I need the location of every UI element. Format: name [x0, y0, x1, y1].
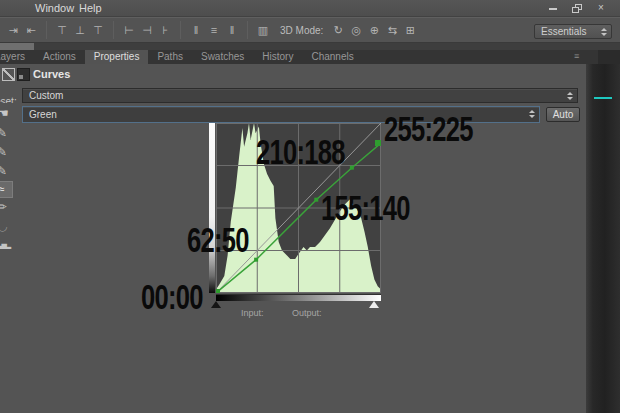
3d-slide-icon[interactable]: ⇆	[384, 22, 400, 38]
align-right-edges-icon[interactable]: ⊦	[157, 22, 173, 38]
options-bar: ⇥⇤⊤⊥⊤⊢⊣⊦‖≡‖▥3D Mode:↻◎⊕⇆⊞ Essentials	[0, 17, 620, 43]
highlight-input-slider[interactable]	[369, 301, 379, 308]
chevron-updown-icon	[601, 28, 607, 36]
distribute-left-icon[interactable]: ‖	[188, 22, 204, 38]
black-point-eyedropper-icon[interactable]: ✎	[0, 124, 11, 143]
curve-point-annotation: 155:140	[321, 190, 410, 225]
tab-actions[interactable]: Actions	[34, 50, 85, 64]
white-point-eyedropper-icon[interactable]: ✎	[0, 162, 11, 181]
close-button[interactable]: ×	[591, 2, 611, 15]
curve-point-255-225[interactable]	[375, 140, 381, 146]
collapsed-dock-strip	[586, 64, 620, 413]
preset-value: Custom	[29, 90, 63, 102]
distribute-center-icon[interactable]: ≡	[206, 22, 222, 38]
edit-points-curve-icon[interactable]: ≈	[0, 181, 13, 198]
threed-mode-label: 3D Mode:	[280, 25, 323, 36]
arrange-panels-icon[interactable]: ▥	[255, 22, 271, 38]
input-gradient-bar	[216, 294, 381, 301]
dock-edge-strip	[0, 43, 620, 50]
toolbar-separator	[247, 21, 248, 39]
3d-scale-icon[interactable]: ⊞	[402, 22, 418, 38]
tab-channels[interactable]: Channels	[302, 50, 362, 64]
toolbar-separator	[46, 21, 47, 39]
preset-label: Preset:	[0, 91, 19, 103]
stepper-icon	[529, 110, 535, 118]
shadow-input-slider[interactable]	[211, 301, 221, 308]
workspace-label: Essentials	[541, 26, 587, 37]
output-label: Output:	[292, 308, 322, 318]
photoshop-window: Window Help × ⇥⇤⊤⊥⊤⊢⊣⊦‖≡‖▥3D Mode:↻◎⊕⇆⊞ …	[0, 0, 620, 413]
dock-edge-highlight	[0, 43, 34, 50]
panel-title: Curves	[33, 68, 70, 80]
histogram-clip-icon[interactable]: ▃▅▂	[0, 236, 11, 255]
show-transform-icon[interactable]: ⇤	[23, 22, 39, 38]
auto-button[interactable]: Auto	[546, 107, 580, 122]
dock-corner	[598, 50, 620, 64]
curve-point-annotation: 255:225	[384, 111, 473, 146]
curve-point-0-0[interactable]	[216, 289, 220, 293]
preset-dropdown[interactable]: Custom	[22, 88, 578, 103]
toolbar-separator	[113, 21, 114, 39]
tab-layers[interactable]: Layers	[0, 50, 34, 64]
menu-window[interactable]: Window	[35, 2, 74, 14]
3d-roll-icon[interactable]: ◎	[348, 22, 364, 38]
align-top-edges-icon[interactable]: ⊤	[54, 22, 70, 38]
curve-point-annotation: 210:188	[256, 134, 345, 169]
toolbar-separator	[180, 21, 181, 39]
panel-menu-icon[interactable]: ≡	[574, 51, 579, 61]
curve-point-155-140[interactable]	[314, 198, 318, 202]
tab-swatches[interactable]: Swatches	[192, 50, 253, 64]
align-vertical-centers-icon[interactable]: ⊥	[72, 22, 88, 38]
curve-point-annotation: 62:50	[187, 222, 249, 257]
align-horizontal-centers-icon[interactable]: ⊣	[139, 22, 155, 38]
stepper-icon	[567, 92, 573, 100]
curve-point-210-188[interactable]	[350, 166, 354, 170]
teal-accent-line	[594, 97, 612, 99]
align-bottom-edges-icon[interactable]: ⊤	[90, 22, 106, 38]
workspace-switcher[interactable]: Essentials	[534, 24, 612, 39]
gray-point-eyedropper-icon[interactable]: ✎	[0, 143, 11, 162]
output-gradient-bar	[209, 123, 215, 293]
tab-properties[interactable]: Properties	[85, 50, 149, 64]
draw-curve-pencil-icon[interactable]: ✏	[0, 198, 11, 217]
input-label: Input:	[241, 308, 264, 318]
title-bar: Window Help ×	[0, 0, 620, 17]
curve-point-62-50[interactable]	[254, 258, 258, 262]
minimize-icon	[549, 8, 557, 10]
menu-help[interactable]: Help	[79, 2, 102, 14]
tab-history[interactable]: History	[253, 50, 302, 64]
curves-adjustment-icon	[2, 68, 15, 81]
tab-paths[interactable]: Paths	[148, 50, 192, 64]
minimize-button[interactable]	[543, 2, 563, 15]
restore-button[interactable]	[567, 2, 587, 15]
auto-select-icon[interactable]: ⇥	[5, 22, 21, 38]
3d-orbit-icon[interactable]: ↻	[330, 22, 346, 38]
align-left-edges-icon[interactable]: ⊢	[121, 22, 137, 38]
channel-value: Green	[29, 109, 57, 121]
options-bar-icons: ⇥⇤⊤⊥⊤⊢⊣⊦‖≡‖▥3D Mode:↻◎⊕⇆⊞	[0, 18, 419, 42]
curves-tool-column: ✎✎✎≈✏◡▃▅▂	[0, 124, 15, 269]
targeted-adjustment-hand-icon[interactable]: ☚	[0, 105, 13, 121]
adjustment-thumbnail-icon	[17, 68, 30, 81]
3d-drag-icon[interactable]: ⊕	[366, 22, 382, 38]
panel-tab-bar: LayersActionsPropertiesPathsSwatchesHist…	[0, 50, 620, 64]
smooth-curve-icon[interactable]: ◡	[0, 217, 11, 236]
curve-point-annotation: 00:00	[141, 279, 203, 314]
distribute-right-icon[interactable]: ‖	[224, 22, 240, 38]
